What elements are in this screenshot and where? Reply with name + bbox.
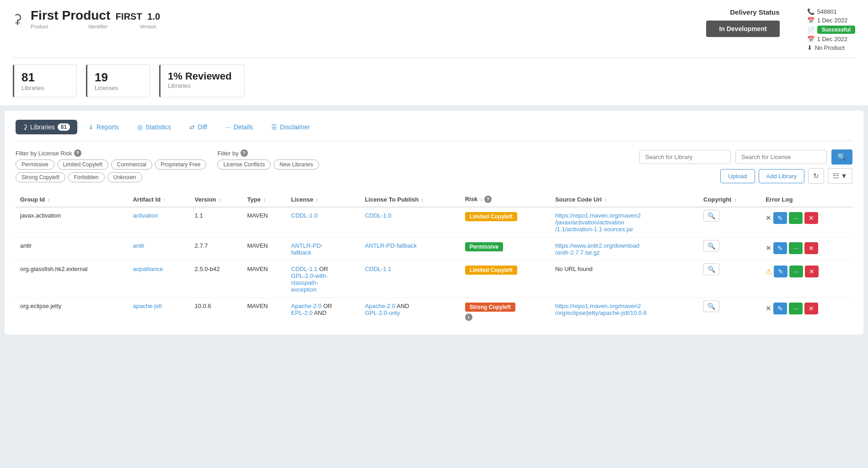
no-product-row: ⬇ No Product xyxy=(807,44,855,51)
more-button[interactable]: ··· xyxy=(789,303,803,314)
license-link-2[interactable]: GPL-2.0-with-classpath-exception xyxy=(291,272,328,293)
chip-license-conflicts[interactable]: License Conflicts xyxy=(217,160,271,170)
table-row: javax.activation activation 1.1 MAVEN CD… xyxy=(16,207,852,238)
col-risk[interactable]: Risk ↕ ? xyxy=(461,192,551,207)
col-artifact-id[interactable]: Artifact Id ↑ xyxy=(128,192,190,207)
filter-by-group: Filter by ? License Conflicts New Librar… xyxy=(217,149,319,170)
tab-details[interactable]: ··· Details xyxy=(218,120,260,134)
stat-id-value: 548801 xyxy=(817,8,837,15)
col-license[interactable]: License ↕ xyxy=(287,192,360,207)
remove-button[interactable]: ✕ xyxy=(804,212,818,224)
version-label: Version xyxy=(139,24,156,29)
cell-risk: Strong Copyleft i xyxy=(461,298,551,326)
license-publish-link-2[interactable]: GPL-2.0-only xyxy=(365,309,400,316)
license-link[interactable]: CDDL-1.0 xyxy=(291,212,318,219)
more-button[interactable]: ··· xyxy=(789,242,803,254)
license-link[interactable]: ANTLR-PD-fallback xyxy=(291,242,323,256)
cell-artifact-id: activation xyxy=(128,207,190,238)
search-license-input[interactable] xyxy=(735,150,827,164)
search-library-input[interactable] xyxy=(639,150,731,164)
artifact-link[interactable]: activation xyxy=(133,212,158,219)
col-group-id[interactable]: Group Id ↕ xyxy=(16,192,128,207)
artifact-link[interactable]: apache-jstl xyxy=(133,303,161,309)
more-button[interactable]: ··· xyxy=(789,266,803,277)
search-button[interactable]: 🔍 xyxy=(831,149,852,165)
license-publish-link[interactable]: CDDL-1.0 xyxy=(365,212,391,219)
cell-license: ANTLR-PD-fallback xyxy=(287,238,360,261)
tab-statistics[interactable]: ◎ Statistics xyxy=(130,120,178,134)
col-version[interactable]: Version ↕ xyxy=(190,192,243,207)
chip-strong-copyleft[interactable]: Strong Copyleft xyxy=(16,172,65,182)
tab-diff[interactable]: ⇄ Diff xyxy=(182,120,214,134)
search-copyright-btn[interactable]: 🔍 xyxy=(703,240,719,252)
cell-version: 2.7.7 xyxy=(190,238,243,261)
chip-limited-copyleft[interactable]: Limited Copyleft xyxy=(57,160,108,170)
license-link-1[interactable]: Apache-2.0 xyxy=(291,303,322,309)
search-copyright-btn[interactable]: 🔍 xyxy=(703,210,719,222)
edit-button[interactable]: ✎ xyxy=(773,303,787,314)
license-risk-label: Filter by License Risk ? xyxy=(16,149,206,157)
tab-libraries[interactable]: ⚳ Libraries 81 xyxy=(16,120,77,134)
delete-icon[interactable]: ✕ xyxy=(766,214,772,222)
remove-button[interactable]: ✕ xyxy=(804,303,818,314)
filter-by-help-icon[interactable]: ? xyxy=(241,149,248,157)
col-type[interactable]: Type ↕ xyxy=(242,192,286,207)
reports-tab-icon: ⇓ xyxy=(88,123,94,131)
tab-reports[interactable]: ⇓ Reports xyxy=(81,120,126,134)
remove-button[interactable]: ✕ xyxy=(804,242,818,254)
tab-disclaimer[interactable]: ☰ Disclaimer xyxy=(264,120,317,134)
edit-button[interactable]: ✎ xyxy=(773,212,787,224)
artifact-link[interactable]: aopalliance xyxy=(133,266,163,272)
cell-artifact-id: aopalliance xyxy=(128,261,190,298)
file-icon: 📄 xyxy=(807,27,814,33)
cell-license-to-publish: CDDL-1.0 xyxy=(360,207,461,238)
cell-error-log: ⚠ ✎ ··· ✕ xyxy=(761,261,852,298)
col-license-to-publish[interactable]: License To Publish ↕ xyxy=(360,192,461,207)
stat-reviewed-number: 1% Reviewed xyxy=(168,70,231,82)
col-copyright[interactable]: Copyright ↕ xyxy=(699,192,761,207)
license-publish-link[interactable]: ANTLR-PD-fallback xyxy=(365,242,417,249)
search-copyright-btn[interactable]: 🔍 xyxy=(703,300,719,312)
upload-button[interactable]: Upload xyxy=(720,169,755,183)
source-url-link[interactable]: https://repo1.maven.org/maven2/javax/act… xyxy=(555,212,641,233)
artifact-link[interactable]: antlr xyxy=(133,242,144,249)
more-button[interactable]: ··· xyxy=(789,212,803,224)
license-publish-link-1[interactable]: Apache-2.0 xyxy=(365,303,396,309)
view-options-button[interactable]: ☷ ▼ xyxy=(828,168,852,184)
license-link-2[interactable]: EPL-2.0 xyxy=(291,309,313,316)
stat-reviewed-label: Libraries xyxy=(168,82,231,89)
tab-details-label: Details xyxy=(234,123,253,131)
search-copyright-btn[interactable]: 🔍 xyxy=(703,263,719,275)
refresh-button[interactable]: ↻ xyxy=(808,168,824,184)
remove-button[interactable]: ✕ xyxy=(805,266,819,277)
chip-permissive[interactable]: Permissive xyxy=(16,160,54,170)
delete-icon[interactable]: ✕ xyxy=(766,304,772,313)
cell-license-to-publish: CDDL-1.1 xyxy=(360,261,461,298)
source-url-link[interactable]: https://www.antlr2.org/download/antlr-2.… xyxy=(555,242,639,256)
chip-proprietary-free[interactable]: Proprietary Free xyxy=(155,160,207,170)
cell-type: MAVEN xyxy=(242,298,286,326)
chip-forbidden[interactable]: Forbidden xyxy=(68,172,105,182)
license-link-1[interactable]: CDDL-1.1 xyxy=(291,266,318,272)
license-risk-help-icon[interactable]: ? xyxy=(74,149,81,157)
license-publish-link[interactable]: CDDL-1.1 xyxy=(365,266,391,272)
source-url-link[interactable]: https://repo1.maven.org/maven2/org/eclip… xyxy=(555,303,647,316)
col-source-url[interactable]: Source Code Url ↕ xyxy=(551,192,699,207)
chip-unknown[interactable]: Unknown xyxy=(107,172,142,182)
statistics-tab-icon: ◎ xyxy=(137,123,143,131)
cell-license: CDDL-1.0 xyxy=(287,207,360,238)
warning-icon: ⚠ xyxy=(766,267,772,276)
chip-commercial[interactable]: Commercial xyxy=(111,160,152,170)
edit-button[interactable]: ✎ xyxy=(773,242,787,254)
add-library-button[interactable]: Add Library xyxy=(759,169,804,183)
risk-help-icon[interactable]: ? xyxy=(484,196,492,203)
cell-risk: Permissive xyxy=(461,238,551,261)
edit-button[interactable]: ✎ xyxy=(774,266,788,277)
delete-icon[interactable]: ✕ xyxy=(766,244,772,252)
chip-new-libraries[interactable]: New Libraries xyxy=(273,160,319,170)
cell-license: Apache-2.0 OR EPL-2.0 AND xyxy=(287,298,360,326)
stat-date2: 1 Dec 2022 xyxy=(817,36,848,43)
risk-info-icon[interactable]: i xyxy=(465,314,472,321)
cell-copyright: 🔍 xyxy=(699,238,761,261)
delivery-status-button[interactable]: In Development xyxy=(706,21,779,37)
